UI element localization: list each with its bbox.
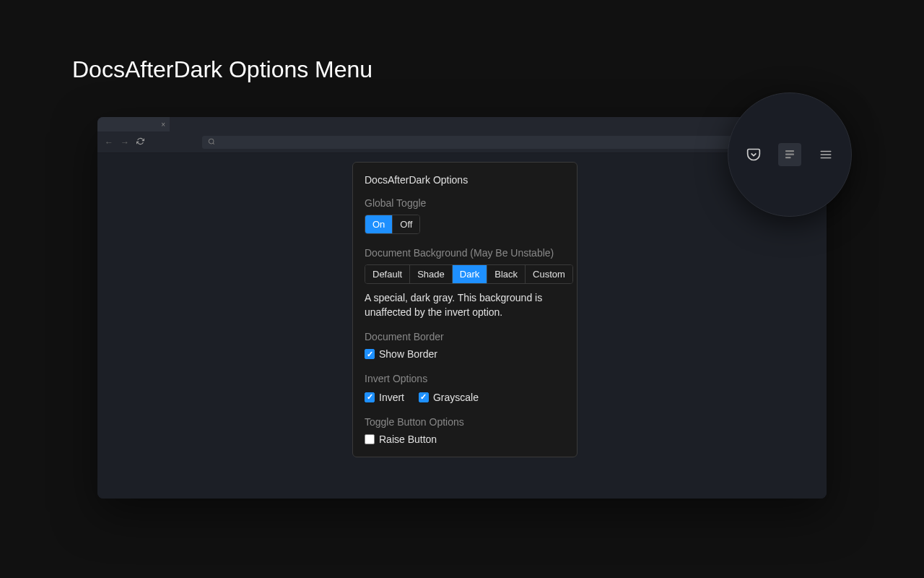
page-title: DocsAfterDark Options Menu	[72, 56, 372, 83]
invert-label: Invert Options	[365, 373, 565, 384]
raise-button-checkbox[interactable]	[365, 434, 375, 444]
svg-rect-3	[785, 154, 794, 155]
browser-content: DocsAfterDark Options Global Toggle On O…	[97, 153, 827, 499]
global-toggle-off[interactable]: Off	[393, 215, 419, 233]
invert-option-row: Invert	[365, 392, 404, 403]
svg-rect-2	[785, 150, 794, 152]
toggle-btn-label: Toggle Button Options	[365, 416, 565, 428]
bg-custom[interactable]: Custom	[526, 265, 572, 283]
invert-row: Invert Grayscale	[365, 390, 565, 403]
raise-button-label[interactable]: Raise Button	[379, 434, 437, 445]
options-panel: DocsAfterDark Options Global Toggle On O…	[352, 162, 578, 457]
doc-bg-label: Document Background (May Be Unstable)	[365, 247, 565, 259]
nav-forward-icon[interactable]: →	[121, 137, 129, 147]
global-toggle-label: Global Toggle	[365, 197, 565, 209]
invert-checkbox[interactable]	[365, 392, 375, 402]
global-toggle-group: On Off	[365, 215, 420, 234]
nav-refresh-icon[interactable]	[136, 137, 144, 147]
search-icon	[208, 138, 215, 147]
panel-title: DocsAfterDark Options	[365, 174, 565, 186]
pocket-icon[interactable]	[742, 143, 765, 166]
grayscale-option-row: Grayscale	[419, 392, 479, 403]
svg-line-1	[213, 142, 214, 144]
tab-close-icon[interactable]: ×	[161, 121, 165, 129]
bg-black[interactable]: Black	[487, 265, 526, 283]
document-icon[interactable]	[778, 143, 801, 166]
raise-button-row: Raise Button	[365, 434, 565, 445]
url-bar[interactable]	[202, 136, 805, 149]
show-border-label[interactable]: Show Border	[379, 348, 437, 360]
doc-bg-group: Default Shade Dark Black Custom	[365, 264, 573, 284]
browser-window: × ← → DocsAfterDark Options Global Togg	[97, 117, 827, 499]
bg-default[interactable]: Default	[365, 265, 410, 283]
show-border-row: Show Border	[365, 348, 565, 360]
nav-back-icon[interactable]: ←	[105, 137, 113, 147]
menu-icon[interactable]	[814, 143, 837, 166]
nav-bar: ← →	[97, 131, 827, 153]
browser-tab[interactable]: ×	[97, 117, 170, 131]
invert-checkbox-label[interactable]: Invert	[379, 392, 404, 403]
toolbar-zoom-circle	[728, 92, 852, 217]
global-toggle-on[interactable]: On	[365, 215, 393, 233]
svg-point-0	[209, 139, 214, 144]
bg-shade[interactable]: Shade	[410, 265, 453, 283]
bg-dark[interactable]: Dark	[453, 265, 487, 283]
grayscale-checkbox[interactable]	[419, 392, 429, 402]
show-border-checkbox[interactable]	[365, 349, 375, 359]
tab-bar: ×	[97, 117, 827, 131]
doc-border-label: Document Border	[365, 331, 565, 342]
svg-rect-4	[785, 157, 791, 158]
bg-description: A special, dark gray. This background is…	[365, 291, 565, 319]
grayscale-checkbox-label[interactable]: Grayscale	[433, 392, 479, 403]
